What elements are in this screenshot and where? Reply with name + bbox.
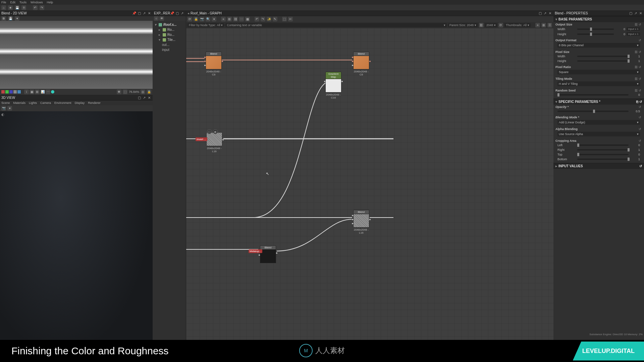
slider-ps-height[interactable]	[577, 60, 629, 62]
node-blend-4[interactable]: Blend	[260, 245, 276, 263]
chevron-down-icon[interactable]: ▾	[7, 106, 12, 111]
reset-icon[interactable]: ↺	[639, 77, 642, 80]
section-input-values[interactable]: ▸INPUT VALUES↺	[553, 163, 644, 169]
value-random-seed[interactable]: 0	[630, 93, 640, 97]
slider-opacity[interactable]	[557, 111, 629, 112]
select-blending-mode[interactable]: Add (Linear Dodge)▾	[557, 120, 640, 125]
chevron-down-icon[interactable]: ▾	[15, 16, 19, 21]
tree-item-out[interactable]: out...	[153, 42, 186, 47]
dots-icon[interactable]: ⋯	[46, 89, 50, 94]
saveall-icon[interactable]: ⎘	[21, 5, 26, 10]
reset-icon[interactable]: ↺	[639, 50, 642, 54]
edit-icon[interactable]: ✎	[273, 17, 277, 21]
select-icon[interactable]: ⬚	[282, 17, 287, 21]
lock-icon[interactable]: 🔒	[147, 89, 151, 94]
3dview-canvas[interactable]: ◐	[0, 111, 153, 357]
zoom-fit-icon[interactable]: ◎	[141, 89, 145, 94]
slider-ps-width[interactable]	[577, 56, 629, 57]
close-icon[interactable]: ✕	[639, 11, 643, 15]
tree-item-ro1[interactable]: ▸Ro...	[153, 27, 186, 32]
node-blend-2[interactable]: Blend 2048x2048 - C8	[353, 52, 369, 76]
3d-menu-environment[interactable]: Environment	[54, 101, 71, 105]
slider-width[interactable]	[577, 28, 614, 30]
slider-height[interactable]	[577, 34, 614, 35]
popout-icon[interactable]: ↗	[142, 11, 146, 15]
3d-menu-materials[interactable]: Materials	[13, 101, 26, 105]
undo-icon[interactable]: ↶	[33, 5, 38, 10]
link-icon[interactable]: ⛓	[635, 23, 638, 26]
copy-icon[interactable]: ⎘	[636, 100, 638, 104]
link-icon[interactable]: ⛓	[635, 65, 638, 69]
slider-right[interactable]	[577, 149, 629, 150]
node-blend-1[interactable]: Blend 2048x2048 - C8	[206, 52, 222, 76]
value-right[interactable]: 1	[630, 148, 640, 152]
value-bottom[interactable]: 1	[630, 158, 640, 161]
menu-edit[interactable]: Edit	[10, 1, 16, 4]
reset-icon[interactable]: ↺	[639, 39, 642, 42]
popout-icon[interactable]: ↗	[180, 11, 184, 15]
undo-icon[interactable]: ↶	[255, 17, 259, 21]
node-blend-3[interactable]: Blend 2048x2048 - L16	[353, 210, 369, 234]
select-pixel-ratio[interactable]: Square▾	[557, 70, 640, 74]
refresh-icon[interactable]: ⟳	[187, 17, 192, 21]
link-icon[interactable]: ⛓	[635, 77, 638, 80]
value-opacity[interactable]: 0.5	[630, 110, 640, 113]
swatch-cyan[interactable]	[17, 90, 21, 94]
2dview-canvas[interactable]	[0, 21, 153, 89]
star-icon[interactable]: ★	[8, 5, 13, 10]
menu-tools[interactable]: Tools	[19, 1, 26, 4]
pin-icon[interactable]: 📌	[132, 11, 136, 15]
node-gradient-map[interactable]: Gradient Map 2048x2048 - C16	[325, 72, 341, 99]
close-icon[interactable]: ✕	[548, 11, 552, 15]
close-icon[interactable]: ✕	[147, 96, 151, 100]
reset-icon[interactable]: ↺	[639, 116, 642, 119]
refresh-icon[interactable]: ⟳	[498, 23, 503, 27]
3d-menu-renderer[interactable]: Renderer	[88, 101, 101, 105]
tree-item-ro2[interactable]: ▸Ro...	[153, 32, 186, 37]
pin-icon[interactable]: 📌	[170, 11, 174, 15]
tree-item-tile[interactable]: ▾Tile...	[153, 37, 186, 42]
3d-menu-display[interactable]: Display	[75, 101, 85, 105]
section-specific[interactable]: ▾SPECIFIC PARAMETERS * ⎘↺	[553, 99, 644, 105]
slider-top[interactable]	[577, 154, 629, 155]
view2-icon[interactable]: ⊞	[541, 23, 546, 27]
tree-item-roof[interactable]: ▾Roof.s...	[153, 22, 186, 27]
reset-icon[interactable]: ↺	[639, 105, 642, 109]
new-doc-icon[interactable]: 🗎	[1, 16, 6, 21]
histogram-icon[interactable]: 📊	[40, 89, 45, 94]
chevron-down-icon[interactable]: ▾	[212, 17, 216, 21]
reset-icon[interactable]: ↺	[639, 23, 642, 26]
maximize-icon[interactable]: ▢	[137, 96, 141, 100]
link-icon[interactable]: ⛓	[233, 17, 238, 21]
render-icon[interactable]	[51, 90, 54, 94]
maximize-icon[interactable]: ▢	[175, 11, 179, 15]
swatch-red[interactable]	[1, 90, 5, 94]
menu-file[interactable]: File	[1, 1, 6, 4]
slider-bottom[interactable]	[577, 159, 629, 160]
size-2[interactable]: 2048▾	[485, 23, 497, 27]
swatch-green[interactable]	[5, 90, 9, 94]
redo-icon[interactable]: ↷	[40, 5, 44, 10]
popout-icon[interactable]: ↗	[634, 11, 638, 15]
view3-icon[interactable]: ☰	[547, 23, 552, 27]
link-icon[interactable]: ⛓	[635, 89, 638, 92]
redo-icon[interactable]: ↷	[261, 17, 265, 21]
reset-icon[interactable]: ↺	[639, 127, 642, 131]
node-invert[interactable]: 2048x2048 - L16 ▢ ◐	[206, 133, 222, 153]
parent-size[interactable]: Parent Size: 2048▾	[448, 23, 478, 27]
value-ps-height[interactable]: 1	[630, 59, 640, 63]
reset-icon[interactable]: ↺	[639, 100, 642, 104]
close-icon[interactable]: ✕	[147, 11, 151, 15]
reset-icon[interactable]: ↺	[639, 65, 642, 69]
save-icon[interactable]: 💾	[15, 5, 19, 10]
thumbnails[interactable]: Thumbnails: All▾	[504, 23, 531, 27]
popout-icon[interactable]: ↗	[142, 96, 146, 100]
maximize-icon[interactable]: ▢	[629, 11, 633, 15]
3d-menu-scene[interactable]: Scene	[1, 101, 10, 105]
menu-windows[interactable]: Windows	[31, 1, 43, 4]
reset-icon[interactable]: ↺	[639, 139, 642, 142]
3d-menu-camera[interactable]: Camera	[40, 101, 51, 105]
section-base[interactable]: ▾BASE PARAMETERS	[553, 16, 644, 22]
grid2-icon[interactable]: ▦	[245, 17, 250, 21]
lock-icon[interactable]: 🔒	[194, 17, 198, 21]
